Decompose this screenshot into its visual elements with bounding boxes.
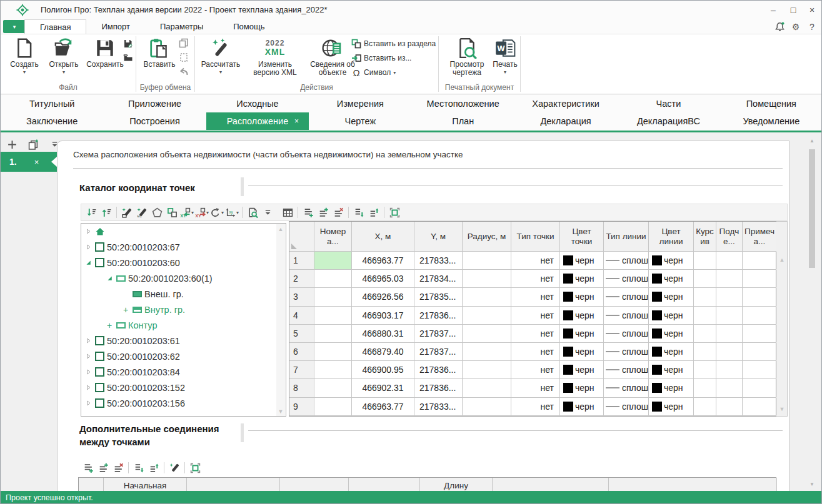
tree-polygon-button[interactable]	[149, 205, 164, 220]
cell-point-color[interactable]: черн	[560, 398, 604, 416]
cell-line-type[interactable]: сплош	[604, 270, 649, 288]
tree-item-50:20:0010203:84[interactable]: 50:20:0010203:84	[81, 364, 286, 380]
tree-item-50:20:0010203:60[interactable]: 50:20:0010203:60	[81, 255, 286, 270]
cell-line-type[interactable]: сплош	[604, 343, 649, 361]
cell-radius[interactable]	[463, 379, 511, 397]
symbol-button[interactable]: Ω Символ ▾	[351, 66, 436, 79]
cell-radius[interactable]	[463, 288, 511, 306]
menu-tab-4[interactable]: Помощь	[218, 19, 279, 34]
paste-special-button[interactable]	[178, 51, 190, 64]
cell-x[interactable]: 466926.56	[352, 288, 414, 306]
connections-row-down-button[interactable]	[131, 460, 146, 475]
tree-sort-down-button[interactable]	[84, 205, 99, 220]
tree-item-50:20:0010203:152[interactable]: 50:20:0010203:152	[81, 380, 286, 395]
row-header[interactable]: 2	[289, 270, 314, 288]
cell-line-type[interactable]: сплош	[604, 288, 649, 306]
minimize-button[interactable]: –	[764, 3, 782, 17]
scroll-down-icon[interactable]: ▼	[776, 406, 788, 412]
cell-point-type[interactable]: нет	[511, 361, 560, 379]
cell-point-color[interactable]: черн	[560, 361, 604, 379]
tree-overflow-button[interactable]	[260, 205, 275, 220]
cell-x[interactable]: 466963.77	[352, 398, 414, 416]
cell-numbers[interactable]	[314, 343, 352, 361]
table-row-delete-button[interactable]	[331, 205, 346, 220]
cell-point-type[interactable]: нет	[511, 379, 560, 397]
object-info-button[interactable]: Сведения об объекте	[309, 36, 356, 84]
expand-collapsed-icon[interactable]	[84, 243, 93, 252]
section-tab-исходные[interactable]: Исходные	[206, 95, 309, 112]
scroll-down-icon[interactable]: ▼	[276, 408, 285, 415]
cell-x[interactable]: 466900.95	[352, 361, 414, 379]
splitter-handle[interactable]	[241, 423, 244, 442]
tree-export-xy-button[interactable]: XY▾	[194, 205, 209, 220]
cell-point-type[interactable]: нет	[511, 325, 560, 343]
open-project-button[interactable]: Открыть ▾	[44, 36, 83, 84]
cell-point-color[interactable]: черн	[560, 252, 604, 270]
section-tab-помещения[interactable]: Помещения	[720, 95, 822, 112]
row-header[interactable]: 4	[289, 307, 314, 325]
scroll-up-icon[interactable]: ▲	[776, 257, 788, 263]
settings-gears-button[interactable]: ⚙	[790, 21, 801, 32]
undo-button[interactable]	[178, 66, 190, 78]
save-copy-button[interactable]	[122, 52, 134, 64]
cell-numbers[interactable]	[314, 398, 352, 416]
cell-line-color[interactable]: черн	[649, 252, 694, 270]
table-row-down-button[interactable]	[351, 205, 366, 220]
cell-line-type[interactable]: сплош	[604, 398, 649, 416]
cell-underline[interactable]	[716, 398, 743, 416]
checkbox-icon[interactable]	[95, 352, 104, 361]
cell-point-type[interactable]: нет	[511, 398, 560, 416]
cell-x[interactable]: 466963.77	[352, 252, 414, 270]
tree-wand-contour-button[interactable]	[119, 205, 134, 220]
section-tab-заключение[interactable]: Заключение	[1, 112, 103, 130]
tree-scrollbar[interactable]: ▲ ▼	[276, 224, 285, 417]
connections-row-up-button[interactable]	[146, 460, 161, 475]
cell-x[interactable]: 466902.31	[352, 379, 414, 397]
splitter-handle[interactable]	[241, 177, 244, 196]
cell-point-color[interactable]: черн	[560, 379, 604, 397]
cell-line-color[interactable]: черн	[649, 361, 694, 379]
sidebar-add-page-button[interactable]	[4, 137, 19, 152]
cell-note[interactable]	[743, 288, 777, 306]
cell-note[interactable]	[743, 398, 777, 416]
cell-line-color[interactable]: черн	[649, 307, 694, 325]
cell-numbers[interactable]	[314, 288, 352, 306]
column-header[interactable]: Номера...	[314, 222, 352, 252]
checkbox-icon[interactable]	[95, 242, 104, 252]
expand-expanded-icon[interactable]	[105, 274, 114, 283]
tree-item-home[interactable]	[81, 224, 286, 239]
cell-x[interactable]: 466965.03	[352, 270, 414, 288]
section-tab-построения[interactable]: Построения	[103, 112, 206, 130]
cell-radius[interactable]	[463, 270, 511, 288]
cell-numbers[interactable]	[314, 379, 352, 397]
cell-note[interactable]	[743, 252, 777, 270]
cell-y[interactable]: 217834...	[414, 270, 463, 288]
cell-line-type[interactable]: сплош	[604, 252, 649, 270]
cell-radius[interactable]	[463, 252, 511, 270]
table-expand-button[interactable]	[387, 205, 402, 220]
section-tab-декларация[interactable]: Декларация	[514, 112, 617, 130]
cell-x[interactable]: 466880.31	[352, 325, 414, 343]
cell-underline[interactable]	[716, 288, 743, 306]
cell-underline[interactable]	[716, 343, 743, 361]
scroll-down-icon[interactable]: ▼	[808, 482, 816, 487]
expand-collapsed-icon[interactable]	[84, 352, 93, 361]
tree-item-50:20:0010203:62[interactable]: 50:20:0010203:62	[81, 348, 286, 364]
cell-radius[interactable]	[463, 343, 511, 361]
cell-underline[interactable]	[716, 307, 743, 325]
save-project-button[interactable]: Сохранить	[84, 36, 126, 84]
row-header[interactable]: 8	[289, 379, 314, 397]
column-header[interactable]: Подче...	[716, 222, 743, 252]
cell-italic[interactable]	[694, 379, 716, 397]
paste-button[interactable]: Вставить	[143, 36, 176, 84]
cell-radius[interactable]	[463, 361, 511, 379]
cell-line-type[interactable]: сплош	[604, 379, 649, 397]
column-header[interactable]: Цвет точки	[560, 222, 604, 252]
tree-sort-up-button[interactable]	[99, 205, 114, 220]
cell-line-color[interactable]: черн	[649, 270, 694, 288]
cell-line-color[interactable]: черн	[649, 288, 694, 306]
cell-italic[interactable]	[694, 325, 716, 343]
tree-item-Внутр. гр.[interactable]: +Внутр. гр.	[81, 302, 286, 317]
checkbox-icon[interactable]	[95, 383, 104, 392]
new-project-button[interactable]: Создать ▾	[6, 36, 43, 84]
